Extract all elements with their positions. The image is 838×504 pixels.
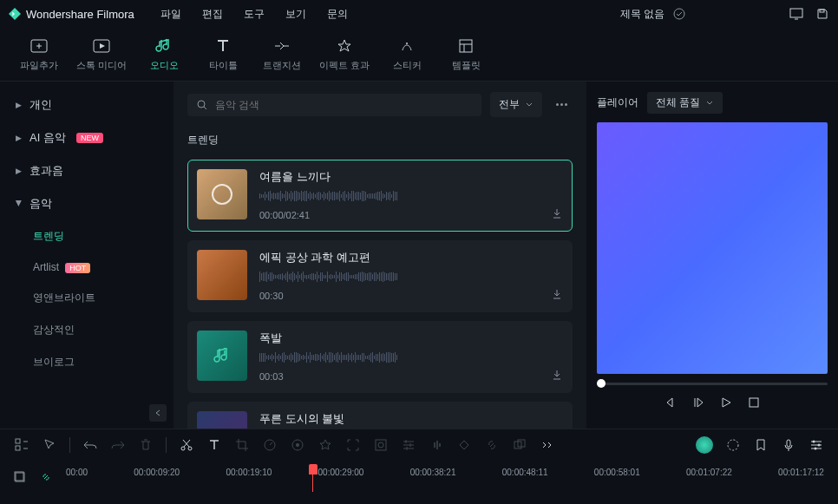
svg-rect-1 — [790, 9, 802, 17]
link-icon[interactable] — [484, 437, 500, 453]
mask-icon[interactable] — [373, 437, 389, 453]
cut-icon[interactable] — [179, 437, 194, 453]
screen-icon[interactable] — [789, 7, 803, 21]
sidebar-item-music[interactable]: ▶음악 — [0, 187, 173, 220]
waveform — [259, 351, 563, 363]
group-icon[interactable] — [512, 437, 527, 453]
search-input[interactable] — [215, 99, 473, 111]
crop-icon[interactable] — [234, 437, 250, 453]
prev-frame-button[interactable] — [664, 396, 678, 409]
preview-video — [597, 122, 828, 374]
track-item[interactable]: 여름을 느끼다 00:00/02:41 — [187, 160, 573, 232]
tab-templates[interactable]: 템플릿 — [444, 36, 488, 72]
track-title: 여름을 느끼다 — [259, 169, 563, 185]
sub-emotional[interactable]: 감상적인 — [33, 314, 173, 346]
timeline-layers-icon[interactable] — [14, 471, 28, 485]
save-icon[interactable] — [815, 7, 829, 21]
svg-point-7 — [198, 101, 205, 108]
progress-handle[interactable] — [597, 379, 606, 388]
download-icon[interactable] — [551, 288, 563, 303]
tab-stickers[interactable]: 스티커 — [385, 36, 429, 72]
quality-dropdown[interactable]: 전체 품질 — [647, 92, 723, 114]
audio-icon[interactable] — [429, 437, 444, 453]
text-icon[interactable] — [206, 437, 222, 453]
track-title: 푸른 도시의 불빛 — [259, 411, 563, 427]
search-box[interactable] — [187, 94, 481, 116]
more-tools-icon[interactable] — [540, 437, 555, 453]
play-button[interactable] — [719, 396, 733, 409]
filter-dropdown[interactable]: 전부 — [490, 92, 542, 117]
sub-young-bright[interactable]: 영앤브라이트 — [33, 282, 173, 314]
cursor-icon[interactable] — [42, 437, 57, 453]
chevron-down-icon — [705, 100, 714, 107]
track-time: 00:00/02:41 — [259, 210, 310, 220]
track-item[interactable]: 에픽 공상 과학 예고편 00:30 — [187, 240, 573, 312]
sidebar-item-personal[interactable]: ▶개인 — [0, 88, 173, 121]
menu-view[interactable]: 보기 — [285, 7, 306, 22]
track-thumbnail — [197, 331, 247, 381]
marker-icon[interactable] — [753, 437, 769, 453]
svg-point-23 — [818, 444, 821, 447]
preview-title: 플레이어 — [597, 95, 638, 110]
tab-audio[interactable]: 오디오 — [142, 36, 186, 72]
sidebar-item-sfx[interactable]: ▶효과음 — [0, 154, 173, 187]
sub-artlist[interactable]: Artlist HOT — [33, 252, 173, 282]
voiceover-icon[interactable] — [781, 437, 796, 453]
playhead[interactable] — [309, 464, 318, 475]
download-icon[interactable] — [551, 369, 563, 383]
keyframe-icon[interactable] — [456, 437, 472, 453]
ruler-mark: 00:00:19:10 — [226, 468, 272, 477]
track-title: 에픽 공상 과학 예고편 — [259, 250, 563, 265]
more-button[interactable] — [551, 98, 573, 111]
focus-icon[interactable] — [345, 437, 361, 453]
tab-import[interactable]: 파일추가 — [17, 36, 61, 72]
delete-icon[interactable] — [138, 437, 154, 453]
color-icon[interactable] — [290, 437, 305, 453]
menu-tools[interactable]: 도구 — [244, 7, 265, 22]
menu-file[interactable]: 파일 — [160, 7, 181, 22]
svg-rect-21 — [787, 440, 790, 447]
waveform — [259, 271, 563, 283]
tab-transitions[interactable]: 트랜지션 — [260, 36, 304, 72]
ruler-mark: 00:01:17:12 — [778, 468, 824, 477]
svg-rect-8 — [750, 398, 758, 407]
mixer-icon[interactable] — [809, 437, 824, 453]
effect-icon[interactable] — [318, 437, 333, 453]
add-track-icon[interactable] — [14, 437, 29, 453]
tab-titles[interactable]: 타이틀 — [201, 36, 245, 72]
sidebar-item-ai-music[interactable]: ▶AI 음악NEW — [0, 121, 173, 154]
svg-rect-10 — [16, 446, 20, 450]
svg-point-15 — [296, 443, 299, 447]
ai-button[interactable] — [696, 436, 713, 454]
adjust-icon[interactable] — [401, 437, 416, 453]
sub-vlog[interactable]: 브이로그 — [33, 346, 173, 378]
menu-edit[interactable]: 편집 — [202, 7, 223, 22]
track-time: 00:03 — [259, 371, 284, 382]
svg-point-5 — [406, 43, 408, 44]
stop-button[interactable] — [747, 396, 761, 409]
timeline-link-icon[interactable] — [40, 471, 54, 485]
timeline-ruler[interactable]: 00:00 00:00:09:20 00:00:19:10 00:00:29:0… — [66, 468, 824, 488]
redo-icon[interactable] — [110, 437, 126, 453]
search-icon — [196, 99, 208, 111]
tab-effects[interactable]: 이펙트 효과 — [319, 36, 370, 72]
track-item[interactable]: 폭발 00:03 — [187, 321, 573, 393]
download-icon[interactable] — [551, 207, 563, 222]
track-thumbnail — [197, 411, 247, 429]
tab-stock[interactable]: 스톡 미디어 — [76, 36, 127, 72]
track-item[interactable]: 푸른 도시의 불빛 — [187, 402, 573, 429]
svg-point-12 — [188, 447, 192, 450]
preview-progress[interactable] — [597, 383, 828, 385]
svg-point-17 — [378, 442, 383, 448]
undo-icon[interactable] — [82, 437, 98, 453]
chevron-right-icon: ▶ — [16, 134, 23, 142]
svg-rect-6 — [460, 40, 472, 52]
speed-icon[interactable] — [262, 437, 278, 453]
svg-point-11 — [181, 447, 185, 450]
sub-trending[interactable]: 트렌딩 — [33, 220, 173, 252]
next-frame-button[interactable] — [691, 396, 705, 409]
collapse-sidebar-button[interactable] — [149, 404, 167, 422]
render-icon[interactable] — [725, 437, 741, 453]
ruler-mark: 00:00:09:20 — [134, 468, 180, 477]
menu-help[interactable]: 문의 — [327, 7, 348, 22]
